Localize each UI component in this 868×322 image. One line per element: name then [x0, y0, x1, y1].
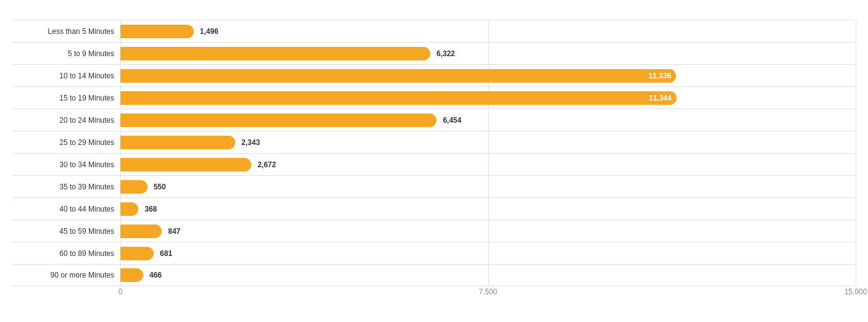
grid-line: [856, 265, 856, 286]
bar-value: 11,344: [649, 94, 672, 102]
bar-label: 40 to 44 Minutes: [12, 205, 120, 213]
bar-row: 35 to 39 Minutes550: [12, 175, 856, 197]
bar-area: 2,343: [120, 131, 856, 153]
bar-label: 10 to 14 Minutes: [12, 72, 120, 80]
grid-line: [488, 109, 489, 131]
bar-fill: 6,454: [120, 114, 436, 127]
bar-row: 5 to 9 Minutes6,322: [12, 42, 856, 64]
grid-line: [488, 242, 489, 264]
grid-line: [488, 198, 489, 220]
bar-area: 2,672: [120, 154, 856, 175]
grid-line: [856, 220, 856, 242]
bar-value: 11,336: [648, 72, 671, 80]
bar-value: 550: [151, 183, 166, 191]
bar-fill: 2,672: [120, 158, 251, 171]
bar-value: 466: [147, 271, 162, 279]
bar-fill: 11,336: [120, 69, 676, 83]
grid-line: [856, 131, 856, 153]
bar-area: 466: [120, 265, 856, 286]
bar-label: 90 or more Minutes: [12, 271, 120, 279]
bar-label: 60 to 89 Minutes: [12, 249, 120, 258]
bar-row: Less than 5 Minutes1,496: [12, 20, 856, 42]
bar-row: 15 to 19 Minutes11,344: [12, 86, 856, 109]
grid-line: [488, 176, 489, 197]
grid-line: [856, 20, 856, 42]
bar-label: 15 to 19 Minutes: [12, 94, 120, 102]
bar-fill: 2,343: [120, 136, 235, 149]
bar-label: 35 to 39 Minutes: [12, 183, 120, 191]
grid-line: [856, 43, 856, 64]
bar-row: 30 to 34 Minutes2,672: [12, 153, 856, 175]
bar-label: 20 to 24 Minutes: [12, 116, 120, 125]
bar-value: 681: [157, 249, 172, 258]
x-axis-label: 15,000: [845, 287, 867, 296]
grid-line: [856, 109, 856, 131]
grid-line: [488, 154, 489, 175]
bar-fill: 681: [120, 247, 154, 260]
bar-row: 25 to 29 Minutes2,343: [12, 131, 856, 153]
bar-value: 6,322: [434, 49, 455, 58]
bar-row: 20 to 24 Minutes6,454: [12, 109, 856, 131]
bar-row: 60 to 89 Minutes681: [12, 242, 856, 264]
bar-fill: 368: [120, 202, 138, 216]
bar-label: Less than 5 Minutes: [12, 27, 120, 36]
bar-area: 1,496: [120, 20, 856, 42]
grid-line: [856, 176, 856, 197]
bar-fill: 11,344: [120, 91, 677, 105]
bar-value: 2,343: [239, 138, 260, 147]
grid-line: [856, 87, 856, 109]
bar-fill: 1,496: [120, 25, 194, 38]
grid-line: [488, 20, 489, 42]
x-axis-label: 0: [119, 287, 123, 296]
bar-fill: 6,322: [120, 47, 430, 60]
grid-line: [856, 198, 856, 220]
bar-row: 90 or more Minutes466: [12, 264, 856, 286]
grid-line: [856, 154, 856, 175]
bar-label: 5 to 9 Minutes: [12, 49, 120, 58]
bar-fill: 550: [120, 180, 148, 194]
grid-line: [856, 65, 856, 86]
chart-body: Less than 5 Minutes1,4965 to 9 Minutes6,…: [12, 20, 856, 286]
bar-label: 45 to 59 Minutes: [12, 227, 120, 236]
bar-value: 368: [142, 205, 157, 213]
bar-fill: 466: [120, 268, 143, 282]
bar-value: 6,454: [440, 116, 461, 125]
grid-line: [488, 43, 489, 64]
bar-area: 11,336: [120, 65, 856, 86]
bar-area: 6,454: [120, 109, 856, 131]
bar-row: 10 to 14 Minutes11,336: [12, 64, 856, 86]
bar-row: 45 to 59 Minutes847: [12, 220, 856, 242]
grid-line: [488, 131, 489, 153]
bar-area: 11,344: [120, 87, 856, 109]
bar-area: 847: [120, 220, 856, 242]
chart-container: Less than 5 Minutes1,4965 to 9 Minutes6,…: [0, 0, 868, 322]
bar-label: 25 to 29 Minutes: [12, 138, 120, 147]
bar-area: 550: [120, 176, 856, 197]
bar-area: 681: [120, 242, 856, 264]
x-axis-label: 7,500: [478, 287, 497, 296]
x-axis: 07,50015,000: [120, 287, 856, 300]
bar-value: 2,672: [255, 160, 276, 169]
bar-row: 40 to 44 Minutes368: [12, 197, 856, 220]
bar-area: 368: [120, 198, 856, 220]
grid-line: [488, 220, 489, 242]
bar-label: 30 to 34 Minutes: [12, 160, 120, 169]
bar-value: 847: [165, 227, 180, 236]
bar-fill: 847: [120, 225, 162, 238]
bar-value: 1,496: [198, 27, 219, 36]
grid-line: [856, 242, 856, 264]
bar-area: 6,322: [120, 43, 856, 64]
grid-line: [488, 265, 489, 286]
